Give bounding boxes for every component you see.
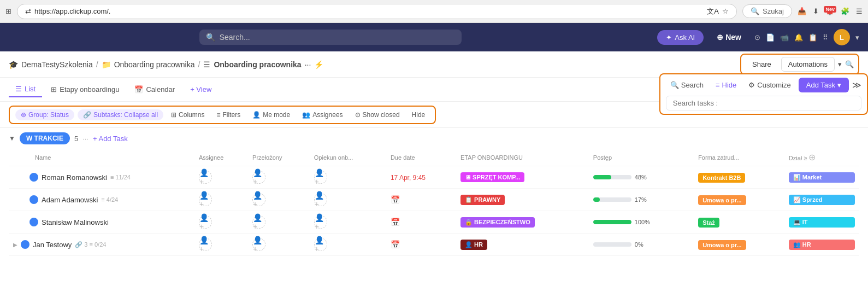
doc-icon[interactable]: 📄 (766, 33, 775, 42)
list-icon: ☰ (203, 60, 210, 69)
dzial-icon: 💻 (793, 219, 801, 226)
plus-icon: ⊕ (717, 33, 723, 42)
etap-icon: 👤 (465, 241, 473, 248)
forma-cell: Kontrakt B2B (694, 166, 784, 189)
task-name-cell: Adam Adamowski ≡ 4/24 (9, 189, 194, 211)
progress-text: 100% (635, 219, 650, 225)
expand-button[interactable]: ≫ (852, 80, 861, 90)
etap-cell: 🖥 SPRZĘT KOMP... (456, 166, 589, 189)
etap-icon: 🔒 (465, 219, 473, 226)
chevron-down-icon[interactable]: ▾ (855, 33, 859, 42)
tab-add-view[interactable]: + View (184, 82, 218, 97)
subtasks-chip[interactable]: 🔗 Subtasks: Collapse all (78, 109, 163, 120)
folder-name[interactable]: Onboarding pracownika (114, 60, 195, 69)
col-name: Name (9, 149, 194, 166)
assignee-icon[interactable]: 👤+ (199, 193, 212, 206)
bolt-icon: ⚡ (314, 60, 323, 69)
global-search-box[interactable]: 🔍 Search... (199, 30, 462, 45)
header-icons: ⊙ 📄 📹 🔔 📋 ⠿ L ▾ (754, 29, 859, 45)
content-area: ▼ W TRAKCIE 5 ··· + Add Task Name Assign… (0, 128, 868, 260)
task-status-dot[interactable] (29, 195, 38, 204)
browser-search-bar[interactable]: 🔍 Szukaj (742, 4, 792, 18)
chevron-down-icon[interactable]: ▾ (838, 60, 842, 68)
task-name-cell: Stanisław Malinowski (9, 211, 194, 234)
przelozony-icon[interactable]: 👤+ (252, 238, 265, 251)
video-icon[interactable]: 📹 (780, 33, 789, 42)
more-options-icon[interactable]: ··· (305, 60, 311, 69)
task-name-text[interactable]: Adam Adamowski (42, 196, 98, 204)
add-column-icon[interactable]: ⊕ (808, 153, 816, 162)
avatar[interactable]: L (834, 29, 850, 45)
clipboard-icon[interactable]: 📋 (808, 33, 817, 42)
assignees-button[interactable]: 👥 Assignees (298, 109, 347, 121)
automations-button[interactable]: Automations (781, 57, 835, 72)
check-circle-icon: ⊙ (355, 111, 361, 119)
tab-etapy[interactable]: ⊞ Etapy onboardingu (44, 82, 126, 97)
group-more-icon[interactable]: ··· (82, 135, 88, 143)
group-section: ▼ W TRAKCIE 5 ··· + Add Task Name Assign… (0, 128, 868, 260)
task-name-text[interactable]: Jan Testowy (33, 241, 72, 249)
expand-arrow-icon[interactable]: ▶ (13, 242, 17, 248)
assignee-icon[interactable]: 👤+ (199, 238, 212, 251)
ask-ai-button[interactable]: ✦ Ask AI (657, 30, 704, 45)
search-tasks-input[interactable] (666, 96, 861, 110)
hide-filter-button[interactable]: Hide (408, 109, 430, 121)
apps-icon[interactable]: ⠿ (823, 33, 828, 42)
table-row: Roman Romanowski ≡ 11/24 👤+ 👤+ 👤+ (9, 166, 859, 189)
przelozony-icon[interactable]: 👤+ (252, 171, 265, 184)
forma-badge: Umowa o pr... (698, 240, 746, 250)
workspace-name[interactable]: DemaTestySzkolenia (21, 60, 93, 69)
progress-bar-fill (593, 175, 612, 179)
star-icon: ☆ (722, 7, 729, 15)
opiekun-icon[interactable]: 👤+ (314, 238, 327, 251)
customize-button[interactable]: ⚙ Customize (744, 78, 795, 92)
tab-list[interactable]: ☰ List (9, 81, 42, 97)
add-task-button[interactable]: Add Task ▾ (799, 78, 849, 92)
search-button[interactable]: 🔍 Search (666, 78, 708, 92)
opiekun-icon[interactable]: 👤+ (314, 171, 327, 184)
tab-calendar[interactable]: 📅 Calendar (128, 82, 181, 97)
hide-button[interactable]: ≡ Hide (711, 78, 741, 92)
etap-icon: 📋 (465, 196, 473, 203)
opiekun-icon[interactable]: 👤+ (314, 215, 327, 229)
przelozony-icon[interactable]: 👤+ (252, 193, 265, 206)
task-name-text[interactable]: Roman Romanowski (42, 173, 107, 182)
due-date-icon: 📅 (391, 218, 400, 226)
share-button[interactable]: Share (746, 57, 778, 71)
assignees-icon: 👥 (302, 111, 310, 119)
browser-right-icons: 📥 ⬇ 📮 Nev 🧩 ☰ (798, 7, 863, 15)
task-status-dot[interactable] (29, 218, 38, 226)
group-collapse-icon[interactable]: ▼ (9, 135, 15, 142)
table-row: Adam Adamowski ≡ 4/24 👤+ 👤+ 👤+ 📅 📋 PRAWN… (9, 189, 859, 211)
me-mode-button[interactable]: 👤 Me mode (248, 109, 294, 121)
address-bar[interactable]: ⇄ https://app.clickup.com/. 文A ☆ (17, 4, 737, 19)
assignee-icon[interactable]: 👤+ (199, 171, 212, 184)
table-row: Stanisław Malinowski 👤+ 👤+ 👤+ 📅 🔒 BEZPIE… (9, 211, 859, 234)
list-name[interactable]: Onboarding pracownika (214, 60, 301, 69)
search-add-task-box: 🔍 Search ≡ Hide ⚙ Customize Add Task ▾ ≫ (659, 73, 868, 115)
show-closed-button[interactable]: ⊙ Show closed (351, 109, 404, 121)
przelozony-icon[interactable]: 👤+ (252, 215, 265, 229)
group-status-chip[interactable]: ⊛ Group: Status (15, 109, 74, 120)
group-count: 5 (74, 135, 78, 143)
alarm-icon[interactable]: 🔔 (794, 33, 803, 42)
columns-button[interactable]: ⊞ Columns (167, 109, 209, 121)
task-status-dot[interactable] (21, 240, 29, 249)
app-header: 🔍 Search... ✦ Ask AI ⊕ New ⊙ 📄 📹 🔔 📋 ⠿ L… (0, 23, 868, 51)
add-task-link[interactable]: + Add Task (93, 135, 128, 143)
task-name-text[interactable]: Stanisław Malinowski (42, 218, 109, 226)
person-icon: 👤 (252, 111, 261, 119)
search-toolbar-icon[interactable]: 🔍 (845, 60, 854, 68)
subtask-count: ≡ 11/24 (110, 174, 131, 180)
new-button[interactable]: ⊕ New (710, 30, 748, 45)
browser-search-text: Szukaj (763, 7, 784, 15)
filters-button[interactable]: ≡ Filters (212, 109, 245, 121)
assignee-icon[interactable]: 👤+ (199, 215, 212, 229)
col-dzial: Dział ≥ ⊕ (784, 149, 859, 166)
progress-text: 17% (635, 196, 647, 203)
opiekun-icon[interactable]: 👤+ (314, 193, 327, 206)
col-due-date: Due date (386, 149, 456, 166)
check-icon[interactable]: ⊙ (754, 33, 760, 42)
due-date-text: 17 Apr, 9:45 (391, 174, 426, 182)
task-status-dot[interactable] (29, 173, 38, 182)
